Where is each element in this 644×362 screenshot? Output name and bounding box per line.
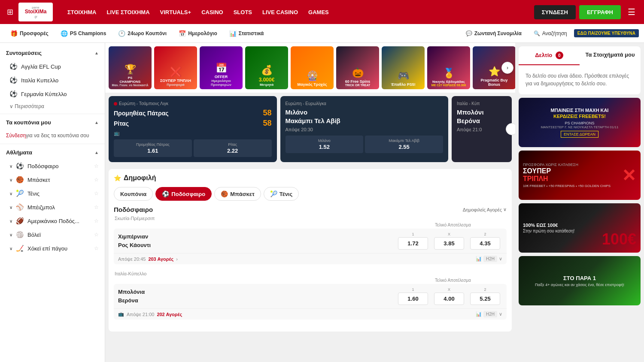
live-match-card-2[interactable]: Ευρώπη - Ευρωλίγκα Μιλάνο Μακάμπι Τελ Αβ… bbox=[280, 96, 449, 162]
promo-subtitle-1: CHAMPIONS bbox=[120, 80, 141, 84]
promo-title-1: PS bbox=[128, 76, 133, 80]
promo-icon-3: 📅 bbox=[216, 63, 227, 74]
tab-basketball[interactable]: 🏀 Μπάσκετ bbox=[214, 187, 261, 201]
live-match-card-1[interactable]: Ευρώπη - Τσάμπιονς Λιγκ Προμηθέας Πάτρας… bbox=[109, 96, 277, 162]
odd-btn-team1[interactable]: Προμηθέας Πάτρας 1.61 bbox=[114, 139, 192, 157]
shortcuts-header[interactable]: Συντομεύσεις ▲ bbox=[0, 46, 105, 60]
sidebar-item-italy-cup[interactable]: ⚽ Ιταλία Κυπελλο bbox=[0, 73, 105, 87]
amfootball-star-icon[interactable]: ☆ bbox=[94, 218, 99, 224]
sidebar-item-football[interactable]: ∨ ⚽ Ποδόσφαιρο ☆ bbox=[0, 159, 105, 173]
h2h-btn-2[interactable]: H2H bbox=[483, 311, 497, 317]
odd-btn-milan[interactable]: Μιλάνο 1.52 bbox=[286, 136, 364, 153]
odd-btn-2-2[interactable]: 4.00 bbox=[434, 293, 464, 305]
volleyball-star-icon[interactable]: ☆ bbox=[94, 232, 99, 238]
hockey-star-icon[interactable]: ☆ bbox=[94, 245, 99, 251]
odd-col-label-2: Χ bbox=[448, 232, 450, 236]
live-indicator-1 bbox=[114, 102, 117, 106]
sport-header: Ποδόσφαιρο Δημοφιλείς Αγορές ∨ bbox=[114, 206, 507, 213]
nav-stoixima[interactable]: ΣΤΟΙΧΗΜΑ bbox=[63, 6, 101, 19]
login-button[interactable]: ΣΥΝΔΕΣΗ bbox=[534, 5, 576, 19]
promo-card-3[interactable]: 📅 OFFER Ημερολόγιο Προσφορών bbox=[200, 46, 243, 89]
live-match-card-3[interactable]: Ιταλία - Κύπ Μπολόνι Βερόνα Απόψε 21:0 › bbox=[452, 96, 512, 162]
sidebar-item-germany-cup[interactable]: ⚽ Γερμανία Κύπελλο bbox=[0, 87, 105, 101]
promo-card-6[interactable]: 🎃 60 Free Spins TRICK OR TREAT bbox=[336, 46, 379, 89]
sec-nav-24h[interactable]: 🕐 24ωρο Κουπόνι bbox=[113, 27, 172, 39]
odd-btn-maccabi[interactable]: Μακάμπι Τελ Αβίβ 2.55 bbox=[365, 136, 443, 153]
sec-nav-offers[interactable]: 🎁 Προσφορές bbox=[5, 27, 54, 39]
live-next-arrow[interactable]: › bbox=[506, 123, 515, 135]
odd-btn-2-3[interactable]: 5.25 bbox=[470, 293, 500, 305]
promo-card-4[interactable]: 💰 3.000€ Μετρητά bbox=[245, 46, 288, 89]
tab-coupons[interactable]: Κουπόνια bbox=[114, 187, 153, 201]
nav-live-stoixima[interactable]: LIVE ΣΤΟΙΧΗΜΑ bbox=[103, 6, 154, 19]
hamburger-icon[interactable]: ☰ bbox=[624, 5, 639, 19]
coupons-header[interactable]: Τα κουπόνια μου ▲ bbox=[0, 116, 105, 129]
amfootball-chevron-icon: ∨ bbox=[9, 219, 12, 223]
nav-casino[interactable]: CASINO bbox=[197, 6, 228, 19]
odd-col-label-2-2: Χ bbox=[448, 287, 450, 292]
nav-live-casino[interactable]: LIVE CASINO bbox=[258, 6, 302, 19]
tab-football[interactable]: ⚽ Ποδόσφαιρο bbox=[155, 187, 212, 201]
mybets-tab[interactable]: Τα Στοιχήματά μου bbox=[580, 46, 641, 65]
coupons-login-link[interactable]: Σύνδεση bbox=[6, 133, 26, 139]
register-button[interactable]: ΕΓΓΡΑΦΗ bbox=[579, 5, 621, 19]
sec-nav-ps-champions[interactable]: 🌐 PS Champions bbox=[55, 27, 112, 39]
promo-card-1[interactable]: 🏆 PS CHAMPIONS Μαν. Γιουν. vs Νιούκαστλ bbox=[109, 46, 152, 89]
sec-nav-calendar[interactable]: 📅 Ημερολόγιο bbox=[173, 27, 222, 39]
sec-nav-stats[interactable]: 📊 Στατιστικά bbox=[224, 27, 269, 39]
betslip-tab[interactable]: Δελτίο 0 bbox=[519, 46, 580, 65]
sidebar-item-tennis[interactable]: ∨ 🎾 Τένις ☆ bbox=[0, 187, 105, 200]
baseball-star-icon[interactable]: ☆ bbox=[94, 204, 99, 210]
promo-next-button[interactable]: › bbox=[501, 62, 513, 74]
banner-1-cta[interactable]: ΕΝΤΑΣΕ ΔΩΡΕΑΝ bbox=[561, 131, 598, 138]
odd-btn-team2[interactable]: Ρίτας 2.22 bbox=[194, 139, 272, 157]
nav-slots[interactable]: SLOTS bbox=[229, 6, 256, 19]
banner-super-triple[interactable]: ΠΡΟΣΦΟΡΑ ΧΩΡΙΣ ΚΑΤΑΘΕΣΗ ΣΟΥΠΕΡ ΤΡΙΠΛΗ 10… bbox=[519, 151, 641, 200]
sidebar-item-baseball[interactable]: ∨ ⚾ Μπέιζμπολ ☆ bbox=[0, 200, 105, 214]
shortcuts-more[interactable]: ∨ Περισσότερα bbox=[0, 101, 105, 112]
odd-btn-2-1[interactable]: 1.60 bbox=[398, 293, 428, 305]
tab-tennis[interactable]: 🎾 Τένις bbox=[264, 187, 299, 201]
odd-col-label-3: 2 bbox=[484, 232, 486, 236]
search-button[interactable]: 🔍 Αναζήτηση bbox=[529, 28, 572, 39]
odd-btn-1-2[interactable]: 3.85 bbox=[434, 237, 464, 250]
tennis-star-icon[interactable]: ☆ bbox=[94, 190, 99, 196]
site-logo[interactable]: pame StoiXiMa .gr bbox=[18, 3, 53, 21]
promo-card-5[interactable]: 🎡 Μαγικός Τροχός bbox=[291, 46, 334, 89]
sidebar-item-efl-cup[interactable]: ⚽ Αγγλία EFL Cup bbox=[0, 60, 105, 73]
sidebar-divider-2 bbox=[0, 144, 105, 144]
markets-label[interactable]: Δημοφιλείς Αγορές ∨ bbox=[463, 207, 507, 212]
sidebar-item-basketball[interactable]: ∨ 🏀 Μπάσκετ ☆ bbox=[0, 173, 105, 187]
sports-header[interactable]: Αθλήματα ▲ bbox=[0, 146, 105, 159]
promo-card-7[interactable]: 🎮 Έπαθλο PS5! bbox=[382, 46, 425, 89]
odd-cell-2-2: Χ 4.00 bbox=[432, 287, 466, 305]
banner-2-subtitle: ΠΡΟΣΦΟΡΑ ΧΩΡΙΣ ΚΑΤΑΘΕΣΗ bbox=[523, 163, 636, 167]
h2h-chevron-icon-2: ∨ bbox=[499, 311, 502, 317]
match-markets-link-1[interactable]: 203 Αγορές bbox=[148, 256, 173, 262]
banner-100-percent[interactable]: 100% ΕΩΣ 100€ Στην πρώτη σου κατάθεση! 1… bbox=[519, 203, 641, 253]
nav-games[interactable]: GAMES bbox=[304, 6, 333, 19]
basketball-star-icon[interactable]: ☆ bbox=[94, 177, 99, 183]
football-star-icon[interactable]: ☆ bbox=[94, 163, 99, 169]
h2h-btn-1[interactable]: H2H bbox=[483, 256, 497, 262]
promo-card-8[interactable]: 🏅 Νικητής Εβδομάδας ΜΕ C27 ΚΕΡΔΙΣΕ €6.30… bbox=[427, 46, 470, 89]
live-nav-btn[interactable]: › bbox=[506, 123, 515, 135]
promo-card-2[interactable]: ❌ ΣΟΥΠΕΡ ΤΡΙΠΛΗ Προσφορά bbox=[154, 46, 197, 89]
promo-subtitle-2: Προσφορά bbox=[167, 83, 185, 87]
match-markets-link-2[interactable]: 202 Αγορές bbox=[157, 312, 182, 317]
odd-btn-1-1[interactable]: 1.72 bbox=[398, 237, 428, 250]
sidebar-efl-label: Αγγλία EFL Cup bbox=[21, 63, 61, 70]
sidebar-item-volleyball[interactable]: ∨ 🏐 Βόλεϊ ☆ bbox=[0, 228, 105, 241]
volleyball-sport-icon: 🏐 bbox=[16, 231, 24, 238]
odd-btn-1-3[interactable]: 4.35 bbox=[470, 237, 500, 250]
live-chat-button[interactable]: 💬 Ζωντανή Συνομιλία bbox=[461, 28, 527, 39]
sidebar-item-hockey[interactable]: ∨ 🏒 Χόκεϊ επί πάγου ☆ bbox=[0, 241, 105, 255]
nav-right-actions: ΣΥΝΔΕΣΗ ΕΓΓΡΑΦΗ ☰ bbox=[534, 5, 639, 19]
banner-ps-champions[interactable]: ΜΠΑΙΝΕΙΣ ΣΤΗ ΜΑΧΗ ΚΑΙ ΚΕΡΔΙΖΕΙΣ FREEBETS… bbox=[519, 98, 641, 147]
betslip-empty-message: Το δελτίο σου είναι άδειο. Πρόσθεσε επιλ… bbox=[519, 65, 641, 94]
sidebar-item-american-football[interactable]: ∨ 🏈 Αμερικάνικο Ποδός... ☆ bbox=[0, 214, 105, 228]
tv-icon-2: 📺 bbox=[118, 311, 124, 317]
nav-virtuals[interactable]: VIRTUALS+ bbox=[156, 6, 196, 19]
grid-icon[interactable]: ⊞ bbox=[5, 6, 15, 18]
banner-para-1[interactable]: ΣΤΟ ΠΑΡΑ 1 Παίξε 4+ αγώνες και αν χάσεις… bbox=[519, 256, 641, 305]
